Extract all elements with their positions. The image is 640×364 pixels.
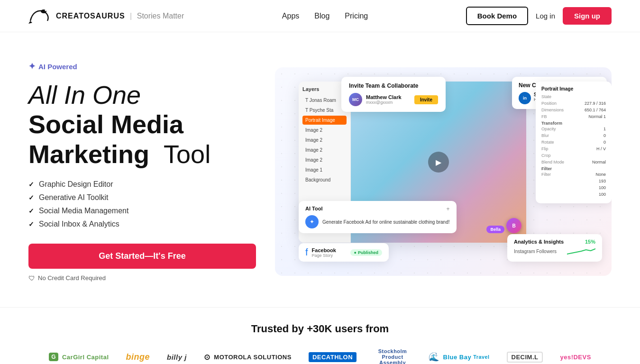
nav-pricing[interactable]: Pricing: [345, 12, 368, 20]
logo-motorola: ⊙ MOTOROLA SOLUTIONS: [204, 353, 292, 362]
layer-item-active: Portrait Image: [302, 116, 347, 125]
logo-binge: binge: [126, 352, 150, 362]
hero-title: All In One Social Media Marketing Tool: [28, 80, 256, 168]
svg-point-1: [45, 9, 46, 11]
check-icon: ✓: [28, 181, 34, 188]
trusted-section: Trusted by +30K users from G CarGirl Cap…: [0, 307, 640, 364]
logo-decathlon: DECATHLON: [309, 352, 357, 362]
feature-item: ✓ Graphic Design Editor: [28, 180, 256, 189]
ai-text: Generate Facebook Ad for online sustaina…: [322, 219, 450, 225]
layer-item: T Jonas Roam: [302, 96, 347, 105]
logo-billy: billy j: [167, 353, 187, 361]
analytics-title: Analytics & Insights: [514, 239, 564, 245]
logo[interactable]: CREATOSAURUS | Stories Matter: [28, 8, 184, 25]
nav-links: Apps Blog Pricing: [282, 12, 368, 20]
ai-add-button[interactable]: +: [447, 206, 450, 212]
layer-item: Image 2: [302, 155, 347, 164]
ai-card: AI Tool + ✦ Generate Facebook Ad for onl…: [299, 201, 457, 233]
facebook-icon: f: [305, 247, 308, 258]
hero-left: ✦ AI Powered All In One Social Media Mar…: [28, 61, 256, 282]
invite-button[interactable]: Invite: [414, 95, 438, 104]
check-icon: ✓: [28, 207, 34, 215]
logo-decim: DECIM.L: [507, 352, 543, 363]
facebook-card: f Facebook Page Story ● Published: [299, 243, 389, 262]
invite-title: Invite Team & Collaborate: [349, 82, 438, 89]
check-icon: ✓: [28, 194, 34, 201]
invite-email: mxxx@gxxxm: [366, 100, 411, 105]
sparkle-icon: ✦: [28, 61, 36, 72]
logo-text: CREATOSAURUS | Stories Matter: [56, 12, 184, 20]
invite-name: Matthew Clark: [366, 94, 411, 100]
analytics-card: Analytics & Insights 15% Instagram Follo…: [507, 234, 602, 262]
logos-row: G CarGirl Capital binge billy j ⊙ MOTORO…: [28, 348, 612, 364]
ai-badge: ✦ AI Powered: [28, 61, 77, 72]
logo-cargirl: G CarGirl Capital: [49, 353, 109, 361]
layers-title: Layers: [302, 86, 347, 92]
avatar-label: Bella: [486, 226, 504, 233]
login-button[interactable]: Log in: [536, 12, 555, 20]
trusted-title: Trusted by +30K users from: [28, 323, 612, 335]
shield-icon: 🛡: [28, 274, 35, 282]
hero-section: ✦ AI Powered All In One Social Media Mar…: [0, 32, 640, 307]
layer-item: Image 1: [302, 165, 347, 174]
ai-tool-title: AI Tool: [305, 206, 322, 212]
layer-item: Image 2: [302, 126, 347, 135]
feature-item: ✓ Social Inbox & Analytics: [28, 220, 256, 228]
layer-item: Image 2: [302, 136, 347, 145]
layer-item: Image 2: [302, 146, 347, 155]
signup-button[interactable]: Sign up: [563, 7, 612, 25]
nav-blog[interactable]: Blog: [314, 12, 329, 20]
feature-item: ✓ Generative AI Toolkit: [28, 193, 256, 202]
no-credit-label: 🛡 No Credit Card Required: [28, 274, 256, 282]
sparkline-chart: [567, 247, 595, 255]
properties-card: Portrait Image State Position227.9 / 316…: [536, 82, 612, 203]
logo-yesdevs: yes!DEVS: [560, 354, 591, 361]
invite-avatar: MC: [349, 93, 362, 106]
fb-story: Page Story: [312, 253, 347, 258]
get-started-button[interactable]: Get Started—It's Free: [28, 244, 256, 269]
comment-avatar: in: [519, 92, 531, 104]
play-button[interactable]: ▶: [428, 152, 449, 173]
invite-card: Invite Team & Collaborate MC Matthew Cla…: [341, 77, 446, 112]
analytics-metric: Instagram Followers: [514, 249, 564, 254]
book-demo-button[interactable]: Book Demo: [466, 7, 528, 25]
hero-features: ✓ Graphic Design Editor ✓ Generative AI …: [28, 180, 256, 228]
logo-bluebay: 🌊 Blue BayTravel: [429, 352, 489, 362]
nav-apps[interactable]: Apps: [282, 12, 299, 20]
user-avatar: B: [506, 218, 521, 233]
hero-mockup: Layers T Jonas Roam T Psyche Sta Portrai…: [275, 67, 612, 276]
ai-icon: ✦: [305, 215, 319, 228]
feature-item: ✓ Social Media Management: [28, 207, 256, 215]
nav-actions: Book Demo Log in Sign up: [466, 7, 612, 25]
check-icon: ✓: [28, 220, 34, 228]
logo-icon: [28, 8, 51, 25]
logo-stockholm: StockholmProduct Assembly: [374, 348, 411, 364]
fb-page: Facebook: [312, 247, 347, 253]
analytics-percentage: 15%: [585, 239, 595, 245]
layer-item: Background: [302, 175, 347, 184]
props-title: Portrait Image: [541, 86, 606, 91]
fb-status-badge: ● Published: [350, 249, 382, 256]
layer-item: T Psyche Sta: [302, 106, 347, 115]
